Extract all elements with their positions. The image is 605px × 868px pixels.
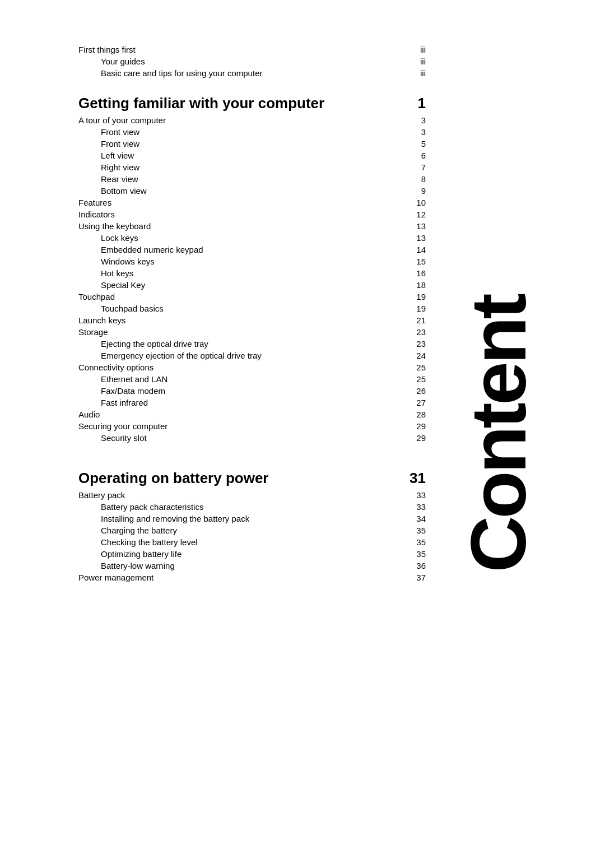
toc-row: Lock keys13 bbox=[78, 233, 426, 243]
toc-label: Emergency ejection of the optical drive … bbox=[78, 351, 262, 360]
toc-label: Right view bbox=[78, 163, 139, 172]
toc-page: 23 bbox=[409, 339, 426, 349]
sidebar: Content bbox=[459, 0, 538, 868]
toc-row: Ethernet and LAN25 bbox=[78, 374, 426, 384]
toc-label: Launch keys bbox=[78, 315, 125, 325]
toc-row: Touchpad basics19 bbox=[78, 304, 426, 313]
first-section: First things first iii Your guides iii B… bbox=[78, 45, 426, 78]
toc-page: 24 bbox=[409, 351, 426, 360]
toc-row: Security slot29 bbox=[78, 433, 426, 443]
toc-page: 8 bbox=[409, 174, 426, 184]
toc-page: 23 bbox=[409, 327, 426, 337]
toc-page: 26 bbox=[409, 386, 426, 396]
toc-label: Hot keys bbox=[78, 268, 133, 278]
toc-label: Storage bbox=[78, 327, 108, 337]
toc-label: Securing your computer bbox=[78, 421, 167, 431]
section1-title: Getting familiar with your computer bbox=[78, 95, 324, 112]
toc-row: Launch keys21 bbox=[78, 315, 426, 325]
toc-page: 29 bbox=[409, 421, 426, 431]
toc-label: Fast infrared bbox=[78, 398, 148, 407]
toc-page: 7 bbox=[409, 163, 426, 172]
toc-label: Indicators bbox=[78, 210, 115, 219]
toc-page: 13 bbox=[409, 233, 426, 243]
toc-page: 3 bbox=[409, 127, 426, 137]
toc-row: Charging the battery35 bbox=[78, 526, 426, 535]
toc-label: Left view bbox=[78, 151, 134, 160]
section2-header: Operating on battery power 31 bbox=[78, 470, 426, 487]
toc-row: Hot keys16 bbox=[78, 268, 426, 278]
toc-page: 21 bbox=[409, 315, 426, 325]
toc-page: 29 bbox=[409, 433, 426, 443]
toc-row: Battery-low warning36 bbox=[78, 561, 426, 570]
toc-label: Installing and removing the battery pack bbox=[78, 514, 249, 523]
toc-label: First things first bbox=[78, 45, 136, 54]
toc-row: Fast infrared27 bbox=[78, 398, 426, 407]
toc-page: 6 bbox=[409, 151, 426, 160]
toc-label: Basic care and tips for using your compu… bbox=[78, 68, 262, 78]
toc-page: iii bbox=[409, 68, 426, 78]
toc-row: A tour of your computer3 bbox=[78, 115, 426, 125]
toc-label: A tour of your computer bbox=[78, 115, 166, 125]
toc-row: Ejecting the optical drive tray23 bbox=[78, 339, 426, 349]
toc-row: Front view5 bbox=[78, 139, 426, 148]
toc-label: Special Key bbox=[78, 280, 145, 290]
toc-label: Bottom view bbox=[78, 186, 147, 196]
section2-entries: Battery pack33Battery pack characteristi… bbox=[78, 490, 426, 582]
toc-row: Fax/Data modem26 bbox=[78, 386, 426, 396]
toc-page: 13 bbox=[409, 221, 426, 231]
toc-page: 28 bbox=[409, 410, 426, 419]
toc-label: Battery pack bbox=[78, 490, 125, 500]
section1-page: 1 bbox=[418, 95, 426, 112]
toc-page: 25 bbox=[409, 374, 426, 384]
toc-row: Indicators12 bbox=[78, 210, 426, 219]
toc-row-basic-care: Basic care and tips for using your compu… bbox=[78, 68, 426, 78]
spacer1 bbox=[78, 445, 426, 453]
toc-page: 36 bbox=[409, 561, 426, 570]
toc-page: 12 bbox=[409, 210, 426, 219]
toc-label: Fax/Data modem bbox=[78, 386, 165, 396]
toc-label: Charging the battery bbox=[78, 526, 177, 535]
toc-label: Battery-low warning bbox=[78, 561, 175, 570]
toc-row: Using the keyboard13 bbox=[78, 221, 426, 231]
toc-page: iii bbox=[409, 57, 426, 66]
toc-label: Features bbox=[78, 198, 111, 207]
toc-page: 19 bbox=[409, 292, 426, 301]
toc-row: Audio28 bbox=[78, 410, 426, 419]
toc-page: 9 bbox=[409, 186, 426, 196]
toc-page: 33 bbox=[409, 490, 426, 500]
toc-row: Installing and removing the battery pack… bbox=[78, 514, 426, 523]
toc-label: Touchpad bbox=[78, 292, 115, 301]
toc-label: Front view bbox=[78, 127, 139, 137]
toc-row: Left view6 bbox=[78, 151, 426, 160]
toc-row: Power management37 bbox=[78, 573, 426, 582]
toc-page: 35 bbox=[409, 549, 426, 559]
toc-label: Optimizing battery life bbox=[78, 549, 182, 559]
toc-row: Rear view8 bbox=[78, 174, 426, 184]
toc-page: 5 bbox=[409, 139, 426, 148]
toc-row: Touchpad19 bbox=[78, 292, 426, 301]
toc-label: Audio bbox=[78, 410, 100, 419]
toc-label: Your guides bbox=[78, 57, 145, 66]
toc-row: Storage23 bbox=[78, 327, 426, 337]
toc-page: 15 bbox=[409, 257, 426, 266]
toc-page: 25 bbox=[409, 363, 426, 372]
toc-row: Features10 bbox=[78, 198, 426, 207]
toc-row: Checking the battery level35 bbox=[78, 537, 426, 547]
toc-page: 16 bbox=[409, 268, 426, 278]
toc-row: Connectivity options25 bbox=[78, 363, 426, 372]
toc-row: Embedded numeric keypad14 bbox=[78, 245, 426, 254]
toc-label: Connectivity options bbox=[78, 363, 153, 372]
toc-page: 35 bbox=[409, 537, 426, 547]
content-area: First things first iii Your guides iii B… bbox=[0, 0, 459, 868]
toc-label: Touchpad basics bbox=[78, 304, 164, 313]
sidebar-label: Content bbox=[459, 296, 538, 573]
toc-row-your-guides: Your guides iii bbox=[78, 57, 426, 66]
toc-page: iii bbox=[409, 45, 426, 54]
section2-page: 31 bbox=[409, 470, 426, 487]
toc-row: Battery pack characteristics33 bbox=[78, 502, 426, 512]
toc-page: 34 bbox=[409, 514, 426, 523]
toc-page: 3 bbox=[409, 115, 426, 125]
toc-row: Battery pack33 bbox=[78, 490, 426, 500]
section1-entries: A tour of your computer3Front view3Front… bbox=[78, 115, 426, 443]
toc-label: Battery pack characteristics bbox=[78, 502, 203, 512]
